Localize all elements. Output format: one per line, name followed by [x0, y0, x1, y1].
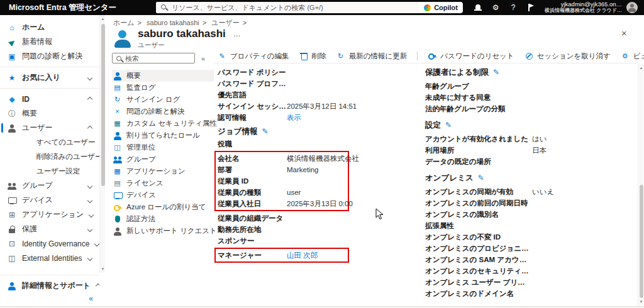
menu-item[interactable]: ▤ 監査ログ [112, 82, 214, 94]
menu-item[interactable]: ▦ アプリケーション [112, 165, 214, 177]
field-value[interactable]: 表示 [287, 113, 301, 123]
field-label: マネージャー [218, 251, 287, 260]
audit-logs-icon: ▤ [113, 84, 121, 92]
help-icon[interactable]: ? [504, 3, 522, 12]
field-label: オンプレミス ユーザー プリンシ... [425, 278, 532, 287]
nav-item[interactable]: ユーザー [0, 121, 99, 135]
scroll-down-icon[interactable]: ▼ [638, 299, 644, 304]
menu-item-label: Azure ロールの割り当て [126, 202, 206, 212]
toolbar-button[interactable]: セッションを取り消す [525, 52, 611, 61]
nav-item[interactable]: ★ お気に入り [0, 70, 99, 85]
scroll-up-icon[interactable]: ▲ [100, 16, 106, 21]
field-label: 勤務先所在地 [218, 225, 287, 234]
nav-item-label: 問題の診断と解決 [22, 51, 83, 62]
scrollbar-thumb[interactable] [101, 24, 105, 186]
nav-item-label: 削除済みのユーザー [36, 152, 99, 162]
toolbar-button[interactable]: ↻ 最新の情報に更新 [336, 52, 408, 61]
menu-item[interactable]: ▤ ライセンス [112, 177, 214, 189]
feedback-icon[interactable] [526, 3, 535, 12]
account-info[interactable]: yjkadmin@yjk365.on… 横浜情報機器株式会社 クラウド… [545, 1, 622, 14]
nav-item[interactable]: ⌂ ホーム [0, 20, 99, 35]
nav-item[interactable]: 保護 [0, 222, 99, 236]
nav-item[interactable]: ⊞ アプリケーション [0, 207, 99, 222]
nav-item-label: 新着情報 [22, 36, 52, 47]
user-blade-menu: « 概要 ▤ 監査ログ ↻ サインイン ログ × 問題の診断と解決 [112, 53, 214, 237]
user-avatar-icon [113, 30, 132, 48]
devices-icon [113, 191, 121, 199]
scroll-up-icon[interactable]: ▲ [638, 65, 644, 70]
scrollbar-thumb[interactable] [640, 185, 643, 298]
menu-item[interactable]: 新しいサポート リクエスト [112, 225, 214, 237]
groups-icon [113, 155, 121, 163]
menu-item[interactable]: Azure ロールの割り当て [112, 201, 214, 213]
field-value[interactable]: 山田 次郎 [287, 251, 318, 260]
nav-item-label: ホーム [22, 22, 45, 33]
menu-item[interactable]: グループ [112, 153, 214, 165]
nav-item[interactable]: 詳細情報とサポート [0, 278, 99, 293]
field-value: 2025年3月13日 0:00 [287, 199, 353, 209]
edit-pencil-icon[interactable]: ✎ [478, 173, 484, 182]
edit-pencil-icon[interactable]: ✎ [445, 121, 452, 129]
toolbar-button[interactable]: ⚙ ビューの管理 [621, 52, 644, 61]
menu-item[interactable]: デバイス [112, 189, 214, 201]
field-label: オンプレミスのセキュリティ識... [425, 267, 532, 276]
global-search-box[interactable] [156, 2, 459, 13]
support-request-icon [113, 227, 121, 235]
field-label: 従業員の種類 [218, 188, 287, 197]
nav-item-label: ユーザー [22, 123, 53, 133]
more-options-button[interactable]: … [233, 30, 242, 38]
mouse-cursor [375, 208, 384, 220]
field-section: オンプレミス ✎ オンプレミスの同期が有効 いいえ オンプレミスの前回の同期日時 [425, 172, 636, 299]
nav-item[interactable]: 削除済みのユーザー [0, 150, 99, 164]
notifications-bell-icon[interactable] [474, 3, 482, 12]
sidebar-scrollbar[interactable]: ▲ ▼ [99, 15, 105, 273]
breadcrumb-item[interactable]: saburo takahashi> [147, 19, 209, 26]
menu-item[interactable]: ◫ 管理単位 [112, 141, 214, 153]
close-button[interactable]: × [621, 29, 627, 38]
menu-item[interactable]: ↻ サインイン ログ [112, 94, 214, 106]
nav-item[interactable]: デバイス [0, 193, 99, 207]
menu-search-box[interactable] [112, 53, 195, 63]
toolbar-button[interactable]: パスワードのリセット [428, 52, 514, 61]
nav-item[interactable]: ▶ 新着情報 [0, 35, 99, 49]
breadcrumb-item[interactable]: ホーム> [113, 19, 145, 26]
field-row: スポンサー [218, 235, 375, 246]
account-avatar[interactable] [626, 2, 638, 13]
field-value: 横浜情報機器株式会社 [287, 154, 359, 163]
nav-item[interactable]: ⊡ Identity Governance [0, 236, 99, 251]
menu-item[interactable]: 割り当てられたロール [112, 129, 214, 141]
topbar-right-cluster: Copilot ⚙ ? yjkadmin@yjk365.on… 横浜情報機器株式… [419, 0, 644, 15]
toolbar-button[interactable]: ✎ プロパティの編集 [218, 52, 289, 61]
sidebar-collapse-button[interactable]: « [0, 293, 99, 305]
field-row: 年齢グループ [425, 80, 636, 92]
edit-pencil-icon[interactable]: ✎ [262, 127, 268, 136]
menu-item[interactable]: ▦ カスタム セキュリティ属性 [112, 118, 214, 129]
breadcrumb-item[interactable]: ユーザー> [211, 19, 250, 26]
nav-item-label: すべてのユーザー [36, 138, 96, 147]
edit-pencil-icon[interactable]: ✎ [493, 68, 499, 77]
scroll-down-icon[interactable]: ▼ [100, 267, 106, 272]
nav-item[interactable]: ◆ ID [0, 92, 99, 106]
field-value: いいえ [532, 187, 554, 197]
nav-item[interactable]: ▣ 問題の診断と解決 [0, 49, 99, 63]
field-value: はい [532, 135, 547, 144]
breadcrumb-separator: > [243, 19, 247, 26]
menu-search-input[interactable] [125, 55, 188, 62]
toolbar-button[interactable]: 削除 [299, 52, 326, 61]
nav-item[interactable]: ユーザー設定 [0, 164, 99, 179]
app-title[interactable]: Microsoft Entra 管理センター [9, 3, 116, 13]
nav-item[interactable]: グループ [0, 179, 99, 193]
copilot-button[interactable]: Copilot [419, 2, 463, 13]
nav-item[interactable]: ◫ External Identities [0, 251, 99, 265]
menu-collapse-button[interactable]: « [201, 55, 205, 62]
menu-item[interactable]: 概要 [112, 70, 214, 82]
content-scrollbar[interactable]: ▲ ▼ [638, 64, 643, 305]
menu-item[interactable]: × 問題の診断と解決 [112, 106, 214, 118]
nav-item[interactable]: ⓘ 概要 [0, 106, 99, 121]
refresh-icon: ↻ [336, 52, 345, 60]
menu-item[interactable]: 認証方法 [112, 213, 214, 225]
nav-item[interactable]: すべてのユーザー [0, 135, 99, 150]
global-search-input[interactable] [172, 4, 436, 11]
settings-gear-icon[interactable]: ⚙ [487, 3, 504, 12]
field-label: 年齢グループ [425, 82, 532, 91]
